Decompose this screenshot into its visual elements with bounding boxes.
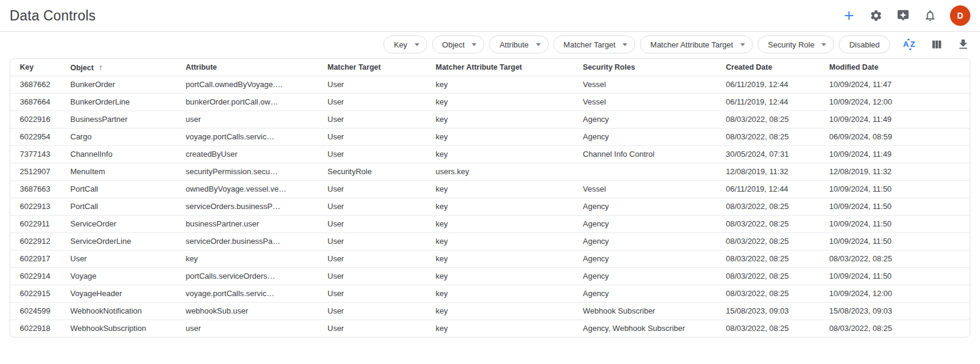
table-cell: 08/03/2022, 08:25 [726, 128, 829, 145]
table-row[interactable]: 6022913PortCallserviceOrders.businessP…U… [10, 198, 970, 215]
table-header-row: KeyObject↑AttributeMatcher TargetMatcher… [10, 59, 970, 76]
column-header-key[interactable]: Key [10, 59, 70, 76]
table-cell: key [186, 250, 327, 267]
table-row[interactable]: 6022917UserkeyUserkeyAgency08/03/2022, 0… [10, 250, 970, 267]
table-cell: key [436, 215, 583, 232]
filter-chip-label: Security Role [768, 40, 814, 49]
settings-button[interactable] [869, 8, 883, 23]
column-header-object[interactable]: Object↑ [70, 59, 186, 76]
column-header-label: Matcher Target [327, 63, 381, 71]
table-cell: 6022915 [10, 285, 70, 302]
table-cell: 06/11/2019, 12:44 [726, 180, 829, 198]
notifications-button[interactable] [923, 8, 937, 23]
table-cell: key [436, 111, 583, 128]
chevron-down-icon [821, 43, 826, 46]
filter-chip-security-role[interactable]: Security Role [758, 35, 834, 53]
table-row[interactable]: 6022916BusinessPartneruserUserkeyAgency0… [10, 111, 970, 128]
column-header-security-roles[interactable]: Security Roles [583, 59, 726, 76]
table-cell: serviceOrder.businessPa… [186, 232, 327, 250]
table-cell: 6022916 [10, 111, 70, 128]
table-cell: 06/09/2024, 08:59 [829, 128, 970, 145]
filter-chip-key[interactable]: Key [383, 35, 427, 53]
table-cell: key [436, 267, 583, 285]
sort-button[interactable]: A Z [903, 37, 918, 52]
table-cell: 12/08/2019, 11:32 [829, 163, 970, 180]
table-cell: businessPartner.user [186, 215, 327, 232]
avatar[interactable]: D [950, 5, 970, 26]
table-cell: WebhookNotification [70, 302, 186, 320]
table-cell: ChannelInfo [70, 145, 186, 163]
whats-new-button[interactable] [896, 8, 910, 23]
column-header-matcher-target[interactable]: Matcher Target [327, 59, 436, 76]
table-row[interactable]: 7377143ChannelInfocreatedByUserUserkeyCh… [10, 145, 970, 163]
filter-chip-matcher-target[interactable]: Matcher Target [553, 35, 635, 53]
column-header-label: Attribute [186, 63, 217, 71]
table-cell: 10/09/2024, 12:00 [829, 93, 970, 111]
table-cell: User [70, 250, 186, 267]
table-cell: 08/03/2022, 08:25 [726, 232, 829, 250]
filter-chip-label: Matcher Attribute Target [650, 40, 733, 49]
table-row[interactable]: 6024599WebhookNotificationwebhookSub.use… [10, 302, 970, 320]
whats-new-sparkle-icon [896, 9, 910, 22]
filter-chip-attribute[interactable]: Attribute [489, 35, 548, 53]
settings-gear-icon [869, 9, 883, 22]
table-cell: key [436, 180, 583, 198]
table-cell: Cargo [70, 128, 186, 145]
column-header-created-date[interactable]: Created Date [726, 59, 829, 76]
data-controls-table: KeyObject↑AttributeMatcher TargetMatcher… [10, 58, 970, 338]
table-row[interactable]: 3687662BunkerOrderportCall.ownedByVoyage… [10, 76, 970, 93]
column-header-attribute[interactable]: Attribute [186, 59, 327, 76]
controls-row: KeyObjectAttributeMatcher TargetMatcher … [0, 32, 980, 57]
table-cell: 10/09/2024, 11:50 [829, 198, 970, 215]
table-cell: 12/08/2019, 11:32 [726, 163, 829, 180]
table-row[interactable]: 6022914VoyageportCalls.serviceOrders…Use… [10, 267, 970, 285]
table-row[interactable]: 6022911ServiceOrderbusinessPartner.userU… [10, 215, 970, 232]
column-header-label: Modified Date [829, 63, 878, 71]
table-cell: ServiceOrder [70, 215, 186, 232]
sort-alphabetical-icon: A Z [902, 37, 918, 52]
table-cell: User [327, 267, 436, 285]
table-cell: 2512907 [10, 163, 70, 180]
table-row[interactable]: 6022954Cargovoyage.portCalls.servic…User… [10, 128, 970, 145]
table-cell: Channel Info Control [583, 145, 726, 163]
table-cell: User [327, 302, 436, 320]
table-cell: ServiceOrderLine [70, 232, 186, 250]
columns-button[interactable] [930, 37, 944, 52]
table-row[interactable]: 6022915VoyageHeadervoyage.portCalls.serv… [10, 285, 970, 302]
column-header-matcher-attribute-target[interactable]: Matcher Attribute Target [436, 59, 583, 76]
filter-chip-label: Disabled [849, 40, 880, 49]
table-cell: MenuItem [70, 163, 186, 180]
table-cell: Agency [583, 215, 726, 232]
sort-asc-icon: ↑ [99, 62, 103, 72]
add-button[interactable] [842, 8, 856, 23]
table-row[interactable]: 3687663PortCallownedByVoyage.vessel.ve…U… [10, 180, 970, 198]
filter-chip-disabled[interactable]: Disabled [839, 35, 890, 53]
table-row[interactable]: 2512907MenuItemsecurityPermission.secu…S… [10, 163, 970, 180]
table-cell: User [327, 93, 436, 111]
filter-chip-matcher-attribute-target[interactable]: Matcher Attribute Target [640, 35, 753, 53]
header-actions: D [842, 5, 970, 26]
table-row[interactable]: 6022912ServiceOrderLineserviceOrder.busi… [10, 232, 970, 250]
table-cell: Agency [583, 285, 726, 302]
table-cell: portCalls.serviceOrders… [186, 267, 327, 285]
column-header-modified-date[interactable]: Modified Date [829, 59, 970, 76]
table-cell [583, 163, 726, 180]
table-cell: 3687662 [10, 76, 70, 93]
table-cell: 7377143 [10, 145, 70, 163]
table-cell: Voyage [70, 267, 186, 285]
table-cell: 10/09/2024, 11:50 [829, 180, 970, 198]
table-row[interactable]: 3687664BunkerOrderLinebunkerOrder.portCa… [10, 93, 970, 111]
table-cell: 10/09/2024, 11:50 [829, 267, 970, 285]
download-button[interactable] [956, 37, 970, 52]
table-cell: Agency, Webhook Subscriber [583, 320, 726, 337]
table-cell: 3687663 [10, 180, 70, 198]
table-cell: PortCall [70, 198, 186, 215]
table-cell: ownedByVoyage.vessel.ve… [186, 180, 327, 198]
table-row[interactable]: 6022918WebhookSubscriptionuserUserkeyAge… [10, 320, 970, 337]
table-cell: user [186, 320, 327, 337]
table-cell: 3687664 [10, 93, 70, 111]
table-cell: 08/03/2022, 08:25 [726, 285, 829, 302]
filter-chip-object[interactable]: Object [432, 35, 485, 53]
table-cell: 6022911 [10, 215, 70, 232]
table-cell: 06/11/2019, 12:44 [726, 93, 829, 111]
